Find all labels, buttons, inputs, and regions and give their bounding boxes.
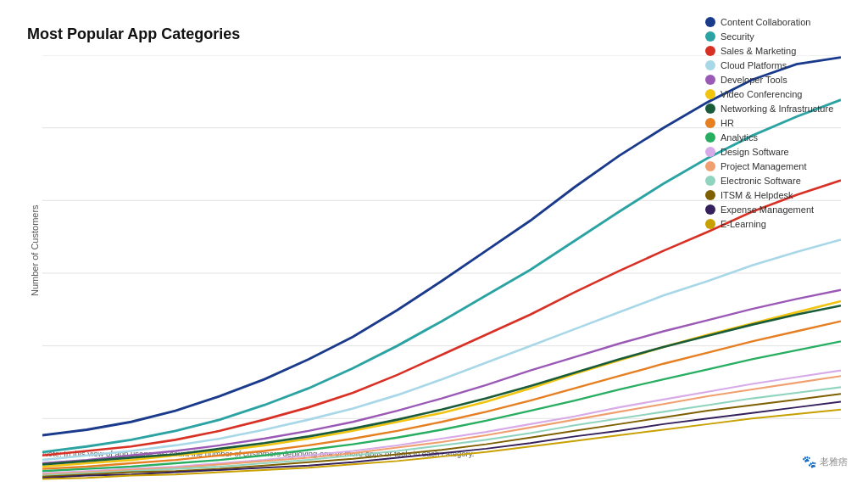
legend-label: E-Learning bbox=[721, 219, 766, 229]
legend-item: Project Management bbox=[705, 161, 858, 171]
chart-card: Most Popular App Categories Number of Cu… bbox=[10, 8, 858, 479]
legend-item: Analytics bbox=[705, 132, 858, 143]
legend-label: Project Management bbox=[721, 161, 807, 171]
legend-label: Networking & Infrastructure bbox=[721, 104, 833, 114]
legend-color bbox=[705, 176, 715, 186]
legend-label: ITSM & Helpdesk bbox=[721, 190, 793, 200]
legend-item: Video Conferencing bbox=[705, 89, 858, 99]
legend-color bbox=[705, 60, 715, 70]
legend-color bbox=[705, 104, 715, 114]
watermark: 🐾 老雅痞 bbox=[802, 455, 848, 468]
legend-item: ITSM & Helpdesk bbox=[705, 190, 858, 200]
legend-item: Sales & Marketing bbox=[705, 46, 858, 56]
y-axis-label: Number of Customers bbox=[27, 55, 42, 445]
legend-label: HR bbox=[721, 118, 734, 128]
legend-color bbox=[705, 147, 715, 157]
legend-color bbox=[705, 161, 715, 171]
legend-label: Content Collaboration bbox=[721, 17, 810, 27]
legend-item: Design Software bbox=[705, 147, 858, 157]
legend-item: Expense Management bbox=[705, 204, 858, 215]
legend-color bbox=[705, 46, 715, 56]
legend-item: Content Collaboration bbox=[705, 17, 858, 27]
legend-color bbox=[705, 132, 715, 143]
legend-label: Video Conferencing bbox=[721, 89, 802, 99]
legend-color bbox=[705, 75, 715, 85]
legend-color bbox=[705, 204, 715, 215]
legend: Content Collaboration Security Sales & M… bbox=[705, 17, 858, 229]
legend-item: Cloud Platforms bbox=[705, 60, 858, 70]
legend-item: E-Learning bbox=[705, 219, 858, 229]
legend-item: Electronic Software bbox=[705, 176, 858, 186]
legend-color bbox=[705, 190, 715, 200]
legend-color bbox=[705, 219, 715, 229]
legend-item: Networking & Infrastructure bbox=[705, 104, 858, 114]
legend-color bbox=[705, 17, 715, 27]
legend-item: Developer Tools bbox=[705, 75, 858, 85]
legend-label: Sales & Marketing bbox=[721, 46, 796, 56]
legend-color bbox=[705, 31, 715, 42]
legend-color bbox=[705, 89, 715, 99]
legend-label: Design Software bbox=[721, 147, 789, 157]
legend-item: Security bbox=[705, 31, 858, 42]
legend-label: Developer Tools bbox=[721, 75, 787, 85]
legend-label: Analytics bbox=[721, 132, 758, 143]
legend-label: Security bbox=[721, 31, 754, 42]
legend-label: Cloud Platforms bbox=[721, 60, 787, 70]
legend-label: Electronic Software bbox=[721, 176, 801, 186]
legend-item: HR bbox=[705, 118, 858, 128]
legend-color bbox=[705, 118, 715, 128]
legend-label: Expense Management bbox=[721, 204, 814, 215]
